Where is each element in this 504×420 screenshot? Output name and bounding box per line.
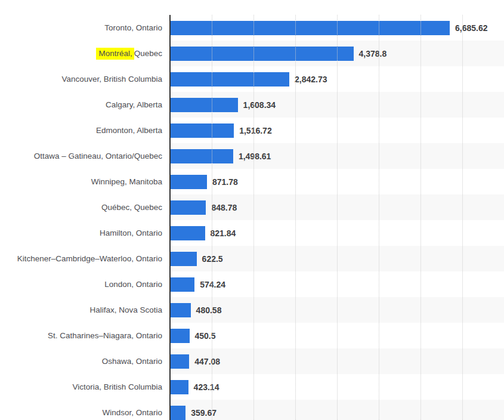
bar[interactable] (171, 226, 205, 240)
bar[interactable] (171, 354, 189, 369)
value-label: 848.78 (211, 203, 237, 212)
bar[interactable] (171, 98, 238, 112)
value-label: 871.78 (212, 177, 238, 187)
plot-area: 6,685.624,378.82,842.731,608.341,516.721… (171, 15, 504, 420)
chart-row: 871.78 (171, 169, 504, 194)
bar[interactable] (171, 175, 207, 189)
value-label: 450.5 (195, 331, 216, 341)
chart-row: 821.84 (171, 220, 504, 246)
chart-row: 4,378.8 (171, 41, 504, 66)
chart-row: 1,498.61 (171, 143, 504, 169)
value-label: 359.67 (191, 408, 217, 418)
bar-chart: Toronto, OntarioMontréal, QuebecVancouve… (0, 0, 504, 420)
highlighted-text: Montréal, (96, 48, 134, 60)
bar[interactable] (171, 21, 450, 35)
value-label: 574.24 (200, 280, 225, 289)
category-labels: Toronto, OntarioMontréal, QuebecVancouve… (0, 15, 162, 420)
value-label: 622.5 (202, 254, 223, 264)
chart-row: 622.5 (171, 246, 504, 271)
category-label: Montréal, Quebec (0, 41, 162, 66)
category-label: Toronto, Ontario (0, 15, 162, 41)
category-label: Hamilton, Ontario (0, 220, 162, 246)
category-label: Winnipeg, Manitoba (0, 169, 162, 194)
chart-row: 2,842.73 (171, 66, 504, 92)
value-label: 2,842.73 (295, 75, 327, 84)
bar[interactable] (171, 72, 289, 87)
chart-row: 1,516.72 (171, 118, 504, 143)
bar[interactable] (171, 303, 191, 317)
bar[interactable] (171, 149, 233, 163)
category-label: Vancouver, British Columbia (0, 66, 162, 92)
value-label: 423.14 (194, 382, 219, 392)
value-label: 480.58 (196, 305, 222, 315)
bar[interactable] (171, 406, 185, 420)
value-label: 447.08 (194, 357, 220, 366)
plot-rows: 6,685.624,378.82,842.731,608.341,516.721… (171, 15, 504, 420)
bar[interactable] (171, 329, 190, 343)
chart-row: 450.5 (171, 323, 504, 348)
value-label: 1,498.61 (239, 152, 271, 161)
value-label: 4,378.8 (359, 49, 387, 58)
bar[interactable] (171, 200, 206, 215)
category-label: Ottawa – Gatineau, Ontario/Quebec (0, 143, 162, 169)
chart-row: 6,685.62 (171, 15, 504, 41)
category-label: Kitchener–Cambridge–Waterloo, Ontario (0, 246, 162, 271)
category-label: Halifax, Nova Scotia (0, 297, 162, 323)
chart-row: 423.14 (171, 374, 504, 400)
bar[interactable] (171, 380, 188, 394)
bar[interactable] (171, 277, 194, 292)
value-label: 821.84 (211, 228, 236, 238)
category-label: Windsor, Ontario (0, 400, 162, 420)
chart-row: 1,608.34 (171, 92, 504, 118)
category-label: Edmonton, Alberta (0, 118, 162, 143)
chart-row: 574.24 (171, 271, 504, 297)
chart-row: 447.08 (171, 348, 504, 374)
value-label: 1,516.72 (239, 126, 272, 135)
category-label: London, Ontario (0, 271, 162, 297)
category-label: Québec, Quebec (0, 194, 162, 220)
category-label: St. Catharines–Niagara, Ontario (0, 323, 162, 348)
bar[interactable] (171, 47, 354, 61)
bar[interactable] (171, 252, 197, 266)
chart-row: 480.58 (171, 297, 504, 323)
category-label: Victoria, British Columbia (0, 374, 162, 400)
category-label: Calgary, Alberta (0, 92, 162, 118)
value-label: 1,608.34 (243, 100, 276, 110)
bar[interactable] (171, 123, 234, 138)
chart-row: 359.67 (171, 400, 504, 420)
chart-row: 848.78 (171, 194, 504, 220)
category-label: Oshawa, Ontario (0, 348, 162, 374)
value-label: 6,685.62 (455, 23, 488, 33)
